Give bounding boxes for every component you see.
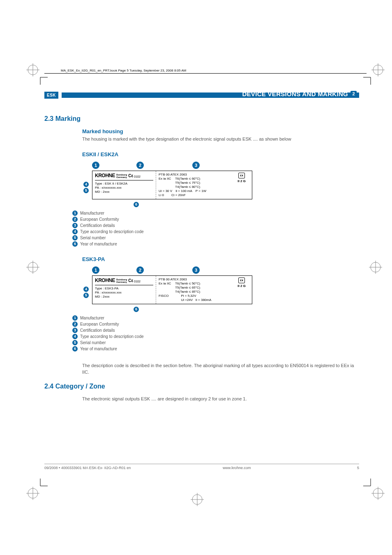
t6: T6(Tamb ≤ 60°C) [175, 177, 200, 181]
legend-bubble: 4 [72, 334, 78, 339]
ce-mark: C ε [128, 278, 133, 284]
ci: Ci = 20nF [171, 193, 186, 197]
pa-line: PA : x/xxxxxxx.xxx [95, 186, 153, 190]
type-line: Type : ESK3-PA [95, 287, 153, 291]
brand-sub2: Germany [116, 281, 127, 283]
crop-mark-tr [362, 62, 386, 86]
legend-bubble: 3 [72, 328, 78, 333]
legend-item: European Conformity [80, 216, 119, 222]
md-line: MD : 2xxx [95, 190, 153, 194]
t4: T4(Tamb ≤ 80°C) [175, 185, 200, 189]
header-bar: DEVICE VERSIONS AND MARKING 2 [62, 92, 359, 98]
callout-1: 1 [92, 266, 99, 274]
pi: Pi = 5,32V [181, 294, 211, 298]
legend-bubble: 6 [72, 346, 78, 352]
legend-bubble: 3 [72, 223, 78, 228]
legend-item: Year of manufacture [80, 241, 117, 247]
legend-item: Type according to description code [80, 333, 144, 340]
legend-item: Manufacturer [80, 210, 104, 216]
fig1: 1 2 3 4 5 KROHNE DuisburgGermany C ε0102… [82, 162, 359, 199]
legend-item: European Conformity [80, 321, 119, 327]
brand: KROHNE [95, 278, 115, 284]
header-chip: ESK [44, 92, 58, 99]
t5: T5(Tamb ≤ 65°C) [175, 286, 200, 290]
marked-housing-heading: Marked housing [82, 128, 359, 134]
callout-5: 5 [83, 293, 89, 298]
header-title: DEVICE VERSIONS AND MARKING [242, 90, 348, 97]
fig2-legend: 1Manufacturer 2European Conformity 3Cert… [72, 315, 359, 352]
legend-bubble: 1 [72, 210, 78, 216]
legend-item: Serial number [80, 235, 106, 241]
section-2-4-heading: 2.4 Category / Zone [44, 383, 359, 390]
legend-bubble: 2 [72, 217, 78, 222]
legend-bubble: 6 [72, 241, 78, 247]
page-content: ESK DEVICE VERSIONS AND MARKING 2 2.3 Ma… [44, 90, 359, 410]
t5: T5(Tamb ≤ 75°C) [175, 181, 200, 185]
callout-6: 6 [134, 202, 139, 207]
crop-mark-tl [25, 62, 49, 86]
callout-6: 6 [134, 307, 139, 312]
callout-4: 4 [83, 182, 89, 187]
page-number: 5 [343, 466, 359, 470]
page-footer: 09/2008 • 4000333901 MA ESK-Ex- II2G-AD-… [44, 464, 359, 470]
fisco: FISCO [159, 294, 168, 302]
ex-cat: II 2 G [234, 284, 249, 288]
fig2-title: ESK3-PA [82, 256, 359, 262]
legend-item: Certification details [80, 327, 115, 333]
header-badge: 2 [350, 91, 357, 97]
t4: T4(Tamb ≤ 85°C) [175, 290, 200, 294]
page-header: ESK DEVICE VERSIONS AND MARKING 2 [44, 90, 359, 99]
callout-2: 2 [136, 162, 144, 169]
ce-num: 0102 [134, 280, 141, 284]
brand: KROHNE [95, 173, 115, 179]
legend-bubble: 2 [72, 321, 78, 327]
callout-1: 1 [92, 162, 99, 169]
crop-mark-bc [189, 491, 205, 508]
legend-item: Type according to description code [80, 229, 144, 235]
ui: Ui =24V [181, 298, 193, 302]
cert-title: PTB 00 ATEX 2063 [159, 278, 234, 282]
cert-title: PTB 00 ATEX 2063 [159, 173, 234, 177]
exia: Ex ia IIC [159, 177, 171, 189]
section-2-3-heading: 2.3 Marking [44, 115, 359, 123]
fig1-legend: 1Manufacturer 2European Conformity 3Cert… [72, 210, 359, 247]
legend-bubble: 5 [72, 235, 78, 240]
callout-3: 3 [192, 162, 200, 169]
pa-line: PA : x/xxxxxxx.xxx [95, 291, 153, 295]
brand-sub2: Germany [116, 176, 127, 178]
ce-num: 0102 [134, 175, 141, 179]
exia: Ex ia IIC [159, 282, 171, 294]
crop-mark-bl [25, 477, 49, 502]
legend-bubble: 4 [72, 229, 78, 234]
legend-item: Certification details [80, 222, 115, 229]
footer-url: www.krohne.com [131, 466, 343, 470]
top-rule [44, 73, 367, 74]
marked-housing-body: The housing is marked with the type desi… [82, 136, 359, 142]
ui: Ui = 30 V [159, 189, 172, 193]
fig2: 1 2 3 4 5 KROHNE DuisburgGermany C ε0102… [82, 266, 359, 304]
legend-item: Serial number [80, 340, 106, 346]
ii: Ii = 380mA [196, 298, 211, 302]
legend-bubble: 5 [72, 340, 78, 345]
legend-item: Year of manufacture [80, 346, 117, 352]
fig1-plate: 4 5 KROHNE DuisburgGermany C ε0102 Type … [92, 171, 252, 199]
description-paragraph: The description code is described in the… [82, 363, 359, 375]
ii: Ii = 100 mA [175, 189, 192, 193]
li: Li 0 [159, 193, 164, 197]
fig1-title: ESKII / ESK2A [82, 151, 359, 157]
crop-mark-mr [367, 259, 384, 275]
callout-4: 4 [83, 287, 89, 292]
type-line: Type : ESK II / ESK2A [95, 182, 153, 186]
ex-hex-icon: εx [238, 173, 245, 178]
book-note: MA_ESK_Ex_II2G_R01_en_PRT.book Page 5 Tu… [61, 69, 186, 72]
ce-mark: C ε [128, 173, 133, 179]
fig2-plate: 4 5 KROHNE DuisburgGermany C ε0102 Type … [92, 275, 252, 304]
footer-left: 09/2008 • 4000333901 MA ESK-Ex- II2G-AD-… [44, 466, 131, 470]
section-2-4-body: The electronic signal outputs ESK .... a… [82, 396, 359, 402]
callout-5: 5 [83, 188, 89, 193]
t6: T6(Tamb ≤ 50°C) [175, 282, 200, 286]
ex-hex-icon: εx [238, 278, 245, 283]
callout-3: 3 [192, 266, 200, 274]
crop-mark-ml [25, 259, 41, 275]
legend-bubble: 1 [72, 315, 78, 321]
